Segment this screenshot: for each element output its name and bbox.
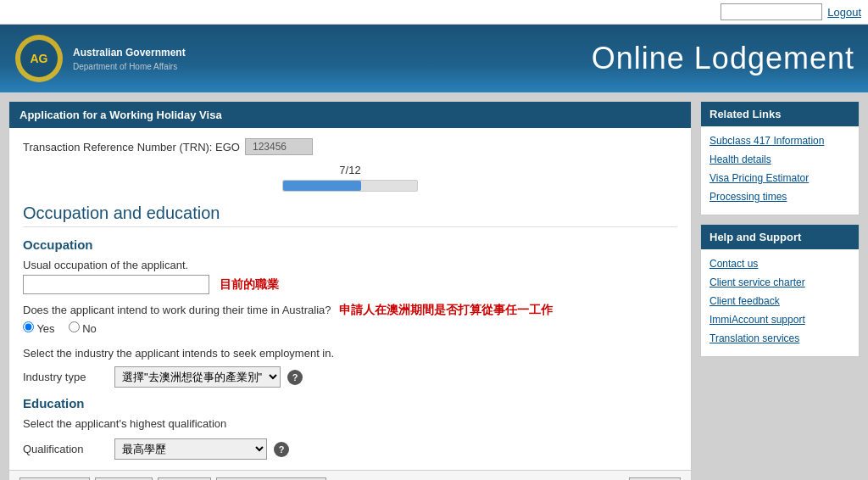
related-links-heading: Related Links [701,102,859,126]
svg-text:AG: AG [31,52,48,65]
section-heading: Occupation and education [23,204,677,227]
logout-link[interactable]: Logout [827,6,861,19]
sidebar-link-subclass417[interactable]: Subclass 417 Information [709,133,850,148]
gov-line1: Australian Government [73,45,186,60]
industry-label: Industry type [23,371,108,383]
title-area: Online Lodgement [186,41,854,76]
form-panel: Application for a Working Holiday Visa T… [8,101,692,480]
progress-counter: 7/12 [339,164,360,176]
industry-question: Select the industry the applicant intend… [23,347,677,360]
industry-select[interactable]: 選擇"去澳洲想從事的產業別" [114,366,281,388]
qualification-help-icon[interactable]: ? [274,442,289,457]
occupation-label: Usual occupation of the applicant. [23,259,677,271]
progress-area: 7/12 [23,164,677,192]
industry-help-icon[interactable]: ? [287,370,303,385]
gov-line2: Department of Home Affairs [73,60,186,73]
sidebar-link-processing[interactable]: Processing times [709,189,850,204]
occupation-input[interactable] [23,275,209,294]
trn-row: Transaction Reference Number (TRN): EGO … [23,138,677,155]
occupation-row: Usual occupation of the applicant. 目前的職業 [23,259,677,294]
progress-bar-inner [283,181,361,191]
form-body: Transaction Reference Number (TRN): EGO … [9,128,691,470]
help-body: Contact us Client service charter Client… [701,249,859,356]
form-footer: ↩ Previous 💾 Save 🖶 Print ❱ Go to my acc… [9,470,691,480]
radio-yes[interactable] [23,321,34,332]
occupation-chinese: 目前的職業 [220,277,279,291]
qualification-select[interactable]: 最高學歷 [114,438,267,460]
education-heading: Education [23,396,677,410]
radio-no-label[interactable]: No [69,321,97,335]
work-radio-group: Yes No [23,321,677,338]
help-box: Help and Support Contact us Client servi… [700,224,860,357]
radio-no[interactable] [69,321,80,332]
sidebar-link-pricing[interactable]: Visa Pricing Estimator [709,170,850,186]
gov-text: Australian Government Department of Home… [73,45,186,73]
qualification-row: Qualification 最高學歷 ? [23,438,677,460]
related-links-box: Related Links Subclass 417 Information H… [700,101,860,215]
content-wrapper: Application for a Working Holiday Visa T… [0,92,868,480]
trn-value: 123456 [245,138,313,155]
sidebar-link-health[interactable]: Health details [709,152,850,167]
main-title: Online Lodgement [592,41,854,75]
sidebar: Related Links Subclass 417 Information H… [700,101,860,357]
related-links-body: Subclass 417 Information Health details … [701,126,859,215]
gov-logo: AG [14,33,64,84]
radio-yes-label[interactable]: Yes [23,321,55,335]
industry-question-row: Select the industry the applicant intend… [23,347,677,388]
form-header: Application for a Working Holiday Visa [9,102,691,128]
work-question-row: Does the applicant intend to work during… [23,303,677,338]
occupation-heading: Occupation [23,237,677,252]
trn-label: Transaction Reference Number (TRN): EGO [23,141,240,153]
help-heading: Help and Support [701,225,859,249]
search-input[interactable] [721,3,822,20]
sidebar-link-immiaccount[interactable]: ImmiAccount support [709,312,850,327]
sidebar-link-service-charter[interactable]: Client service charter [709,275,850,290]
work-chinese: 申請人在澳洲期間是否打算從事任一工作 [339,303,553,316]
logo-area: AG Australian Government Department of H… [14,33,186,84]
industry-select-row: Industry type 選擇"去澳洲想從事的產業別" ? [23,366,677,388]
header: AG Australian Government Department of H… [0,25,868,92]
sidebar-link-translation[interactable]: Translation services [709,331,850,346]
sidebar-link-contact[interactable]: Contact us [709,256,850,271]
education-label: Select the applicant's highest qualifica… [23,417,677,430]
qualification-label: Qualification [23,443,108,455]
progress-bar-outer [282,180,418,192]
top-bar: Logout [0,0,868,25]
education-label-row: Select the applicant's highest qualifica… [23,417,677,430]
sidebar-link-client-feedback[interactable]: Client feedback [709,293,850,309]
work-question: Does the applicant intend to work during… [23,303,677,318]
